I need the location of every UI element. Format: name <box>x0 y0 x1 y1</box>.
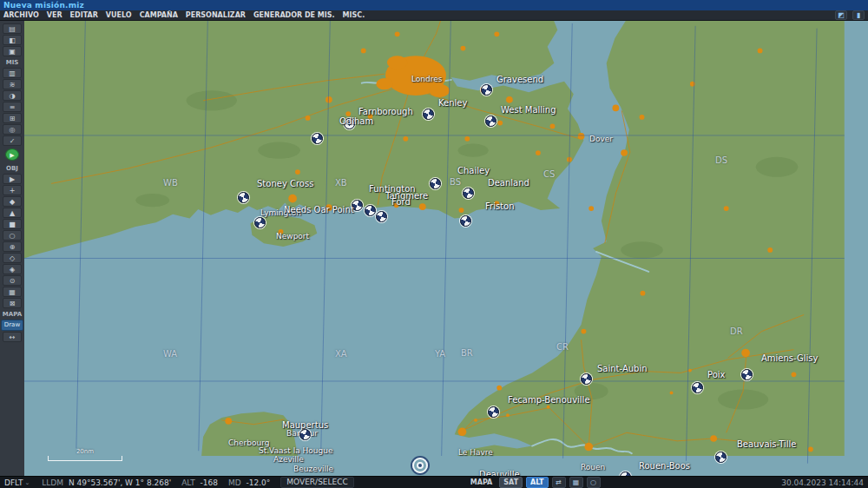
airfield-icon-kenley[interactable] <box>423 109 434 120</box>
airfield-label-gravesend: Gravesend <box>496 75 543 84</box>
airfield-icon-tangmere[interactable] <box>365 205 376 216</box>
titlebar: Nueva misión.miz <box>0 0 868 10</box>
selected-unit-marker[interactable] <box>412 458 428 473</box>
clock-icon[interactable]: ○ <box>587 477 601 488</box>
airfield-label-beauvais-tille: Beauvais-Tille <box>737 439 797 449</box>
city-label-dover: Dover <box>589 135 613 143</box>
airfield-icon-deanland[interactable] <box>463 188 474 199</box>
airfield-icon-amiens-glisy[interactable] <box>741 369 753 380</box>
airfield-icon-needs-oar-point[interactable] <box>254 217 266 228</box>
airfield-label-ford: Ford <box>391 197 411 207</box>
profile-label: DFLT <box>4 478 23 487</box>
time-of-day-icon[interactable]: ◑ <box>3 90 22 101</box>
city-label-londres: Londres <box>411 75 443 83</box>
add-aircraft-icon[interactable]: ▶ <box>3 174 22 184</box>
airfield-icon-chailey[interactable] <box>430 178 441 189</box>
md-label: MD <box>228 478 241 487</box>
measure-icon[interactable]: ↔ <box>3 332 22 342</box>
save-mission-icon[interactable]: ▣ <box>3 46 22 56</box>
grid-zone-label-wb: WB <box>163 178 178 188</box>
menu-misc[interactable]: MISC. <box>343 11 365 19</box>
layer-switcher: MAPA SAT ALT ⇄▦○ <box>467 477 601 488</box>
group-icon[interactable]: ◈ <box>3 264 22 274</box>
airfield-icon-farnborough[interactable] <box>344 118 355 129</box>
delete-icon[interactable]: ⊠ <box>3 298 22 308</box>
weather-editor-icon[interactable]: ≋ <box>3 79 22 89</box>
coordinates-format-label: LLDM <box>42 478 63 487</box>
draw-button[interactable]: Draw <box>1 320 23 331</box>
triggers-icon[interactable]: ⊞ <box>3 113 22 123</box>
menu-editar[interactable]: EDITAR <box>70 11 98 19</box>
new-mission-icon[interactable]: ▤ <box>3 23 22 34</box>
menu-archivo[interactable]: ARCHIVO <box>3 11 39 19</box>
md-value: -12.0° <box>247 478 271 487</box>
airfield-label-funtington: Funtington <box>369 184 416 194</box>
briefing-icon[interactable]: ≡ <box>3 102 22 112</box>
grid-zone-label-ya: YA <box>435 349 445 359</box>
altitude-label: ALT <box>181 478 194 487</box>
weather-icon[interactable]: ◩ <box>835 10 847 20</box>
validate-icon[interactable]: ✓ <box>3 135 22 146</box>
waypoint-icon[interactable]: ⊕ <box>3 241 22 252</box>
add-ship-icon[interactable]: ◆ <box>3 196 22 207</box>
airfield-icon-poix[interactable] <box>692 382 703 393</box>
toolbar-section-mapa: MAPA <box>0 311 24 318</box>
profile-selector[interactable]: DFLT ⌄ <box>4 478 30 487</box>
statusbar-tools: ⇄▦○ <box>552 477 601 488</box>
airfield-label-farnborough: Farnborough <box>358 107 413 116</box>
sat-layer-button[interactable]: SAT <box>499 477 523 488</box>
add-static-icon[interactable]: ■ <box>3 219 22 229</box>
airfield-icon-friston[interactable] <box>460 215 471 227</box>
start-mission-button[interactable]: ▶ <box>5 148 19 161</box>
temperature-icon[interactable]: ▮ <box>852 10 865 20</box>
airfield-label-deanland: Deanland <box>488 178 529 188</box>
airfield-icon-ford[interactable] <box>376 211 387 222</box>
altitude-value: -168 <box>201 478 218 487</box>
map-layer-button[interactable]: MAPA <box>467 478 496 487</box>
map-viewport[interactable]: WBXBBSCSDSWAXAYABRCRDRLondresNewportDove… <box>24 21 868 476</box>
payload-icon[interactable]: ▦ <box>3 287 22 297</box>
airfield-icon-gravesend[interactable] <box>481 84 492 96</box>
airfield-icon-odiham[interactable] <box>312 133 323 144</box>
add-zone-icon[interactable]: ○ <box>3 230 22 241</box>
template-icon[interactable]: ◇ <box>3 253 22 263</box>
menubar: ARCHIVOVEREDITARVUELOCAMPAÑAPERSONALIZAR… <box>0 10 868 21</box>
menu-generador-de-mis[interactable]: GENERADOR DE MIS. <box>253 11 335 19</box>
airfield-icon-funtington[interactable] <box>352 200 363 211</box>
grid-zone-label-bs: BS <box>450 177 461 187</box>
grid-zone-label-cr: CR <box>556 342 569 352</box>
menu-ver[interactable]: VER <box>47 11 62 19</box>
radio-icon[interactable]: ⊙ <box>3 275 22 286</box>
alt-layer-button[interactable]: ALT <box>526 477 548 488</box>
swap-icon[interactable]: ⇄ <box>552 477 566 488</box>
airfield-label-poix: Poix <box>707 370 726 379</box>
goals-icon[interactable]: ◎ <box>3 124 22 135</box>
add-helicopter-icon[interactable]: + <box>3 185 22 195</box>
menu-personalizar[interactable]: PERSONALIZAR <box>186 11 246 19</box>
airfield-icon-west-malling[interactable] <box>485 115 496 127</box>
airfield-icon-fecamp-benouville[interactable] <box>488 406 499 418</box>
menu-items: ARCHIVOVEREDITARVUELOCAMPAÑAPERSONALIZAR… <box>3 11 372 19</box>
airfield-label-fecamp-benouville: Fecamp-Benouville <box>508 395 590 405</box>
airfield-label-amiens-glisy: Amiens-Glisy <box>761 353 818 363</box>
city-label-newport: Newport <box>276 232 309 241</box>
menu-campa-a[interactable]: CAMPAÑA <box>140 11 178 19</box>
add-vehicle-icon[interactable]: ▲ <box>3 208 22 218</box>
coordinates-value: N 49°53.567', W 1° 8.268' <box>69 478 171 487</box>
mission-options-icon[interactable]: ▥ <box>3 68 22 78</box>
airfield-icon-saint-aubin[interactable] <box>581 373 592 385</box>
airfield-icon-beauvais-tille[interactable] <box>715 452 727 463</box>
airfield-icon-stoney-cross[interactable] <box>238 192 249 203</box>
open-mission-icon[interactable]: ◧ <box>3 35 22 45</box>
magnetic-declination-display: MD -12.0° <box>228 478 270 487</box>
mode-indicator: MOVER/SELECC <box>280 477 354 488</box>
airfield-icon-maupertus[interactable] <box>299 429 311 440</box>
airfield-label-rouen-boos: Rouen-Boos <box>639 461 690 471</box>
menu-vuelo[interactable]: VUELO <box>106 11 132 19</box>
city-label-st-vaast-la-hougue: St.Vaast la Hougue <box>259 446 332 455</box>
mission-editor-window: Nueva misión.miz ARCHIVOVEREDITARVUELOCA… <box>0 0 868 488</box>
grid-zone-label-xa: XA <box>335 349 347 359</box>
grid-zone-label-xb: XB <box>335 178 347 188</box>
airfield-label-stoney-cross: Stoney Cross <box>257 179 313 188</box>
grid-icon[interactable]: ▦ <box>569 477 583 488</box>
